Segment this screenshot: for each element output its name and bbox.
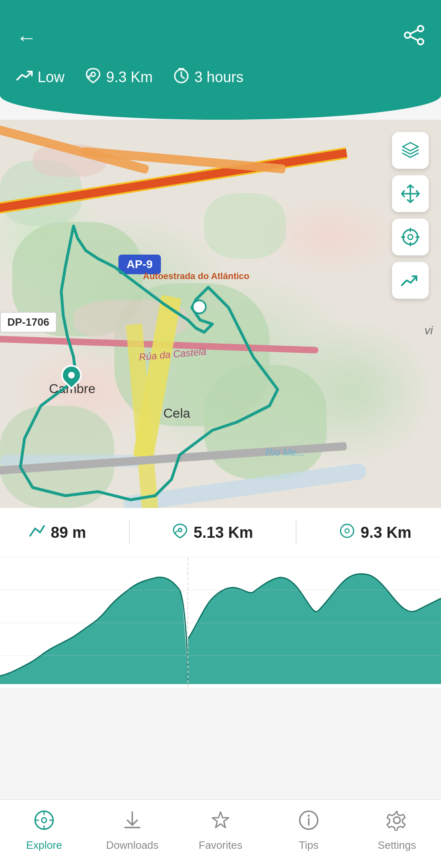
- waypoint-marker: [192, 300, 207, 314]
- difficulty-label: Low: [38, 69, 65, 86]
- nav-favorites[interactable]: Favorites: [192, 810, 249, 852]
- midpoint-stat: 5.13 Km: [172, 523, 253, 542]
- tips-icon: [298, 810, 319, 835]
- move-button[interactable]: [392, 175, 429, 212]
- duration-label: 3 hours: [194, 69, 243, 86]
- duration-stat: 3 hours: [173, 67, 243, 87]
- svg-point-37: [308, 815, 310, 817]
- nav-settings[interactable]: Settings: [368, 810, 425, 852]
- svg-point-14: [408, 235, 413, 239]
- distance-label: 9.3 Km: [106, 69, 153, 86]
- vi-label: vi: [425, 324, 433, 337]
- svg-point-19: [178, 528, 182, 532]
- svg-line-8: [181, 76, 184, 78]
- dp1706-label: DP-1706: [0, 312, 57, 333]
- elevation-toggle-button[interactable]: [392, 262, 429, 299]
- divider-2: [296, 520, 296, 545]
- total-distance-value: 9.3 Km: [361, 524, 412, 541]
- svg-point-1: [418, 39, 423, 45]
- rio-label: Rio Me...: [265, 447, 305, 458]
- svg-marker-10: [403, 143, 418, 151]
- svg-point-20: [341, 524, 354, 537]
- map-area[interactable]: AP-9 DP-1706 Autoestrada do Atlántico Rú…: [0, 120, 441, 508]
- favorites-icon: [210, 810, 231, 835]
- autoestrada-label: Autoestrada do Atlántico: [143, 271, 249, 282]
- bottom-spacer: [0, 688, 441, 754]
- elevation-chart: [0, 557, 441, 688]
- svg-point-0: [418, 26, 423, 31]
- svg-line-4: [410, 36, 418, 40]
- duration-icon: [173, 67, 189, 87]
- distance-stat: 9.3 Km: [85, 67, 153, 87]
- distance-icon: [85, 67, 101, 87]
- difficulty-stat: Low: [16, 69, 65, 86]
- difficulty-icon: [16, 69, 33, 86]
- svg-marker-34: [212, 812, 229, 828]
- tips-label: Tips: [299, 839, 318, 852]
- midpoint-value: 5.13 Km: [194, 524, 253, 541]
- layers-button[interactable]: [392, 132, 429, 169]
- settings-icon: [386, 810, 408, 835]
- total-distance-icon: [339, 523, 355, 542]
- locate-button[interactable]: [392, 219, 429, 255]
- svg-point-38: [394, 817, 400, 823]
- divider-1: [129, 520, 130, 545]
- midpoint-icon: [172, 523, 188, 542]
- explore-icon: [33, 810, 55, 835]
- downloads-icon: [122, 810, 143, 835]
- elevation-icon: [29, 524, 45, 541]
- svg-line-3: [410, 30, 418, 34]
- settings-label: Settings: [378, 839, 416, 852]
- nav-downloads[interactable]: Downloads: [104, 810, 161, 852]
- header: ← Low: [0, 0, 441, 120]
- nav-explore[interactable]: Explore: [16, 810, 73, 852]
- total-distance-stat: 9.3 Km: [339, 523, 412, 542]
- cela-label: Cela: [163, 406, 190, 421]
- downloads-label: Downloads: [106, 839, 159, 852]
- svg-point-21: [345, 529, 349, 533]
- share-button[interactable]: [403, 25, 425, 51]
- elevation-value: 89 m: [51, 524, 86, 541]
- favorites-label: Favorites: [199, 839, 243, 852]
- svg-point-27: [42, 818, 47, 823]
- elevation-stat: 89 m: [29, 524, 86, 541]
- explore-label: Explore: [26, 839, 62, 852]
- map-controls: [392, 132, 429, 299]
- svg-point-2: [405, 32, 410, 38]
- nav-tips[interactable]: Tips: [280, 810, 337, 852]
- svg-point-5: [91, 72, 95, 76]
- back-button[interactable]: ←: [16, 26, 37, 49]
- route-stats: Low 9.3 Km 3 hours: [16, 67, 425, 87]
- bottom-navigation: Explore Downloads Favorites Tips: [0, 799, 441, 868]
- stats-bar: 89 m 5.13 Km 9.3 Km: [0, 508, 441, 557]
